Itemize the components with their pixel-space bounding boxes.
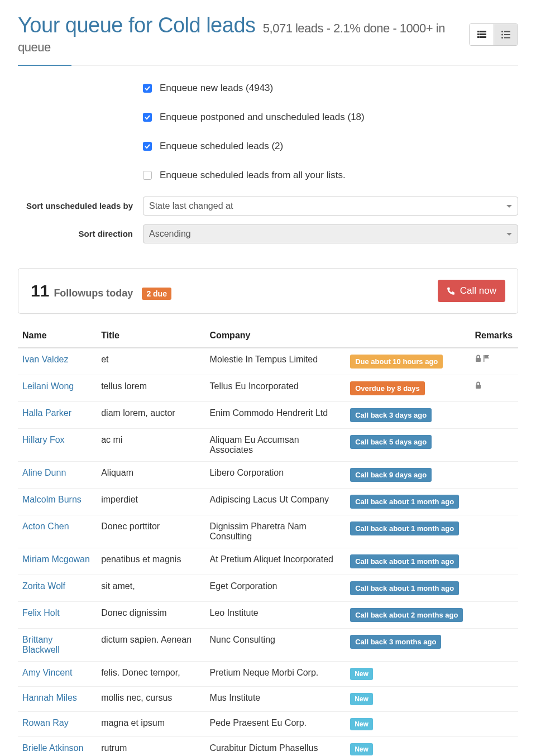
sort-direction-select[interactable]: Ascending xyxy=(143,224,518,243)
lead-name-link[interactable]: Rowan Ray xyxy=(22,718,69,728)
view-grid-button[interactable] xyxy=(470,24,494,45)
status-badge: Due about 10 hours ago xyxy=(350,355,443,369)
lead-name-link[interactable]: Malcolm Burns xyxy=(22,495,82,504)
table-row: Zorita Wolfsit amet,Eget CorporationCall… xyxy=(18,575,518,602)
table-row: Halla Parkerdiam lorem, auctorEnim Commo… xyxy=(18,402,518,429)
lead-title: et xyxy=(97,348,205,375)
phone-icon xyxy=(447,286,456,295)
lead-company: Enim Commodo Hendrerit Ltd xyxy=(205,402,346,429)
checkbox-checked-icon[interactable] xyxy=(143,142,152,151)
table-row: Hannah Milesmollis nec, cursusMus Instit… xyxy=(18,687,518,712)
lead-title: tellus lorem xyxy=(97,375,205,402)
checkbox-row[interactable]: Enqueue postponed and unscheduled leads … xyxy=(143,112,518,123)
table-row: Ivan ValdezetMolestie In Tempus LimitedD… xyxy=(18,348,518,375)
checkbox-row[interactable]: Enqueue scheduled leads (2) xyxy=(143,141,518,152)
sort-unscheduled-value: State last changed at xyxy=(149,201,233,211)
followups-panel: 11 Followups today 2 due Call now xyxy=(18,268,518,314)
lead-name-link[interactable]: Zorita Wolf xyxy=(22,581,65,591)
checkbox-row[interactable]: Enqueue scheduled leads from all your li… xyxy=(143,170,518,181)
lead-company: Eget Corporation xyxy=(205,575,346,602)
lead-name-link[interactable]: Brielle Atkinson xyxy=(22,743,83,753)
col-title-header[interactable]: Title xyxy=(97,325,205,348)
checkbox-unchecked-icon[interactable] xyxy=(143,171,152,180)
followups-count: 11 xyxy=(31,281,49,300)
lead-name-link[interactable]: Amy Vincent xyxy=(22,668,73,677)
status-badge: Overdue by 8 days xyxy=(350,381,425,395)
lead-company: Curabitur Dictum Phasellus xyxy=(205,737,346,757)
svg-rect-13 xyxy=(484,355,485,362)
lead-company: Aliquam Eu Accumsan Associates xyxy=(205,429,346,462)
lead-title: mollis nec, cursus xyxy=(97,687,205,712)
col-name-header[interactable]: Name xyxy=(18,325,97,348)
lead-name-link[interactable]: Hannah Miles xyxy=(22,693,77,702)
status-badge: Call back 3 months ago xyxy=(350,635,441,649)
lead-name-link[interactable]: Hillary Fox xyxy=(22,435,65,444)
lead-company: Pretium Neque Morbi Corp. xyxy=(205,662,346,687)
view-toggle xyxy=(469,23,518,46)
table-row: Brielle AtkinsonrutrumCurabitur Dictum P… xyxy=(18,737,518,757)
svg-rect-2 xyxy=(477,34,480,35)
svg-point-6 xyxy=(501,31,503,32)
svg-rect-14 xyxy=(476,385,481,389)
page-title: Your queue for Cold leads 5,071 leads - … xyxy=(18,13,469,55)
status-badge: New xyxy=(350,718,373,730)
chevron-down-icon xyxy=(506,233,512,236)
checkbox-group: Enqueue new leads (4943)Enqueue postpone… xyxy=(143,83,518,188)
view-list-button[interactable] xyxy=(494,24,518,45)
lead-company: Tellus Eu Incorporated xyxy=(205,375,346,402)
col-company-header[interactable]: Company xyxy=(205,325,346,348)
checkbox-checked-icon[interactable] xyxy=(143,113,152,122)
lead-company: At Pretium Aliquet Incorporated xyxy=(205,548,346,575)
lead-name-link[interactable]: Ivan Valdez xyxy=(22,355,68,364)
lead-name-link[interactable]: Leilani Wong xyxy=(22,381,74,391)
lead-company: Dignissim Pharetra Nam Consulting xyxy=(205,515,346,548)
lead-title: magna et ipsum xyxy=(97,712,205,737)
followups-text: Followups today xyxy=(54,288,133,299)
checkbox-label: Enqueue postponed and unscheduled leads … xyxy=(160,112,365,123)
status-badge: Call back 9 days ago xyxy=(350,468,432,482)
call-now-label: Call now xyxy=(460,285,496,296)
table-header-row: Name Title Company Remarks xyxy=(18,325,518,348)
lead-title: felis. Donec tempor, xyxy=(97,662,205,687)
svg-rect-11 xyxy=(504,37,510,38)
checkbox-row[interactable]: Enqueue new leads (4943) xyxy=(143,83,518,94)
status-badge: New xyxy=(350,693,373,705)
status-badge: Call back about 2 months ago xyxy=(350,608,463,622)
th-list-icon xyxy=(477,31,486,39)
svg-rect-5 xyxy=(480,36,486,38)
table-row: Acton ChenDonec porttitorDignissim Phare… xyxy=(18,515,518,548)
status-badge: Call back about 1 month ago xyxy=(350,554,459,568)
lead-company: Nunc Consulting xyxy=(205,629,346,662)
checkbox-checked-icon[interactable] xyxy=(143,84,152,93)
status-badge: New xyxy=(350,668,373,680)
svg-rect-1 xyxy=(480,31,486,32)
svg-point-8 xyxy=(501,34,503,35)
sort-direction-value: Ascending xyxy=(149,229,191,239)
sort-unscheduled-label: Sort unscheduled leads by xyxy=(18,197,143,210)
call-now-button[interactable]: Call now xyxy=(438,280,505,302)
lock-icon xyxy=(475,355,482,365)
lead-title: sit amet, xyxy=(97,575,205,602)
lead-name-link[interactable]: Miriam Mcgowan xyxy=(22,554,90,564)
lead-name-link[interactable]: Brittany Blackwell xyxy=(22,635,60,654)
sort-unscheduled-select[interactable]: State last changed at xyxy=(143,197,518,216)
lead-name-link[interactable]: Felix Holt xyxy=(22,608,60,618)
table-row: Brittany Blackwelldictum sapien. AeneanN… xyxy=(18,629,518,662)
flag-icon xyxy=(483,355,490,365)
sort-direction-label: Sort direction xyxy=(18,224,143,238)
page-header: Your queue for Cold leads 5,071 leads - … xyxy=(18,0,518,66)
lead-name-link[interactable]: Aline Dunn xyxy=(22,468,66,477)
followups-summary: 11 Followups today 2 due xyxy=(31,281,171,300)
remark-icons xyxy=(475,355,514,365)
lead-name-link[interactable]: Acton Chen xyxy=(22,521,69,531)
lead-name-link[interactable]: Halla Parker xyxy=(22,408,71,418)
table-row: Amy Vincentfelis. Donec tempor,Pretium N… xyxy=(18,662,518,687)
lead-title: diam lorem, auctor xyxy=(97,402,205,429)
lead-title: penatibus et magnis xyxy=(97,548,205,575)
col-status-header xyxy=(346,325,470,348)
svg-point-10 xyxy=(501,37,503,39)
lead-title: Aliquam xyxy=(97,462,205,489)
col-remarks-header[interactable]: Remarks xyxy=(470,325,518,348)
lead-company: Libero Corporation xyxy=(205,462,346,489)
table-row: Leilani Wongtellus loremTellus Eu Incorp… xyxy=(18,375,518,402)
